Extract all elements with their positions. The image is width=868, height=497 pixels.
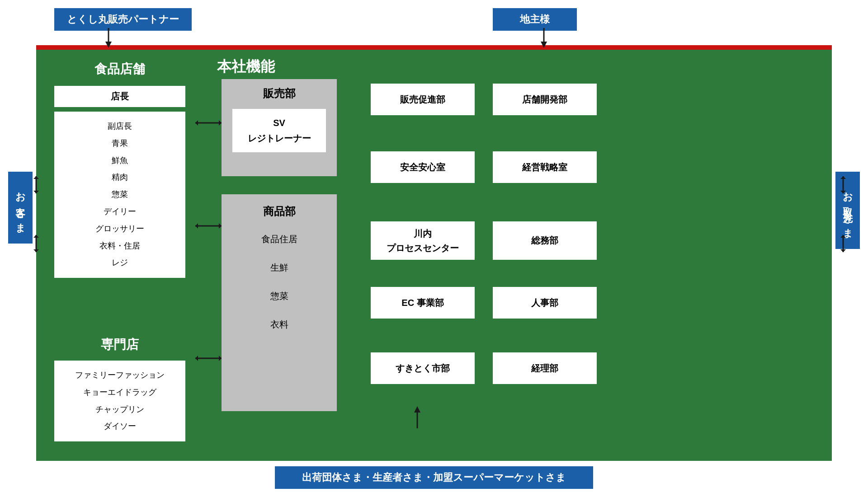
shohin-box: 商品部 食品住居 生鮮 惣菜 衣料 (222, 194, 337, 411)
arrow-topright-down (539, 28, 548, 51)
svg-marker-15 (33, 191, 39, 193)
dept-keirip: 経理部 (493, 352, 597, 384)
shohin-item-3: 惣菜 (222, 282, 337, 310)
specialty-store-title: 専門店 (45, 330, 194, 358)
arrow-hanbabu-manager (195, 118, 222, 127)
staff-box: 副店長 青果 鮮魚 精肉 惣菜 デイリー グロッサリー 衣料・住居 レジ (54, 112, 185, 278)
svg-marker-8 (195, 223, 198, 229)
staff-line-2: 青果 (54, 135, 185, 152)
svg-marker-26 (414, 406, 420, 413)
svg-marker-17 (33, 235, 39, 238)
side-arrow-right-top (833, 176, 853, 194)
staff-line-8: 衣料・住居 (54, 238, 185, 255)
dept-somu: 総務部 (493, 221, 597, 260)
staff-line-1: 副店長 (54, 118, 185, 135)
dept-hanbaisokushin: 販売促進部 (371, 84, 475, 115)
svg-marker-18 (33, 249, 39, 252)
arrow-shohin-specialty (195, 354, 222, 363)
svg-marker-9 (219, 223, 222, 229)
food-store-box: 食品店舗 店長 副店長 青果 鮮魚 精肉 惣菜 デイリー グロッサリー 衣料・住… (45, 54, 194, 316)
dept-ec: EC 事業部 (371, 287, 475, 319)
specialty-item-3: チャップリン (54, 401, 185, 418)
shohin-item-4: 衣料 (222, 310, 337, 339)
staff-line-6: デイリー (54, 203, 185, 220)
staff-line-7: グロッサリー (54, 220, 185, 238)
staff-line-9: レジ (54, 254, 185, 272)
arrow-bottom-up (413, 406, 422, 428)
dept-jinji: 人事部 (493, 287, 597, 319)
dept-sukitoku: すきとく市部 (371, 352, 475, 384)
svg-marker-6 (219, 120, 222, 126)
svg-marker-5 (195, 120, 198, 126)
staff-line-5: 惣菜 (54, 186, 185, 203)
svg-marker-11 (195, 356, 198, 361)
svg-marker-23 (840, 235, 846, 238)
sv-line-2: レジトレーナー (232, 131, 326, 146)
arrow-topleft-down (104, 28, 113, 51)
top-label-left: とくし丸販売パートナー (54, 8, 192, 31)
specialty-items-box: ファミリーファッション キョーエイドラッグ チャップリン ダイソー (54, 361, 185, 441)
specialty-item-4: ダイソー (54, 418, 185, 435)
svg-marker-24 (840, 249, 846, 252)
dept-sensui: 川内プロセスセンター (371, 221, 475, 260)
arrow-shohin-staff (195, 221, 222, 230)
hq-title: 本社機能 (208, 50, 832, 77)
shohin-item-1: 食品住居 (222, 225, 337, 253)
svg-marker-21 (840, 191, 846, 193)
side-arrow-left-top (26, 176, 46, 194)
svg-marker-14 (33, 176, 39, 179)
sv-line-1: SV (232, 115, 326, 131)
svg-marker-20 (840, 176, 846, 179)
svg-marker-12 (219, 356, 222, 361)
shohin-title: 商品部 (222, 194, 337, 225)
bottom-label: 出荷団体さま・生産者さま・加盟スーパーマーケットさま (275, 466, 593, 489)
dept-keiei: 経営戦略室 (493, 151, 597, 183)
food-store-title: 食品店舗 (45, 54, 194, 83)
specialty-store-box: 専門店 ファミリーファッション キョーエイドラッグ チャップリン ダイソー (45, 330, 194, 434)
dept-tenpokaihatu: 店舗開発部 (493, 84, 597, 115)
main-container: とくし丸販売パートナー 地主様 お客さま お取引先さま 出荷団体さま・生産者さま… (0, 0, 868, 497)
hanbabu-box: 販売部 SV レジトレーナー (222, 79, 337, 176)
sv-box: SV レジトレーナー (232, 109, 326, 152)
specialty-item-1: ファミリーファッション (54, 367, 185, 384)
top-label-right: 地主様 (493, 8, 577, 31)
svg-marker-3 (541, 42, 547, 48)
shohin-item-2: 生鮮 (222, 253, 337, 282)
hanbabu-title: 販売部 (222, 79, 337, 106)
svg-marker-1 (105, 42, 112, 48)
store-manager-box: 店長 (54, 86, 185, 107)
side-arrow-right-mid (833, 235, 853, 253)
staff-line-4: 精肉 (54, 169, 185, 186)
dept-anzen: 安全安心室 (371, 151, 475, 183)
staff-line-3: 鮮魚 (54, 152, 185, 169)
specialty-item-2: キョーエイドラッグ (54, 384, 185, 401)
side-arrow-left-mid (26, 235, 46, 253)
